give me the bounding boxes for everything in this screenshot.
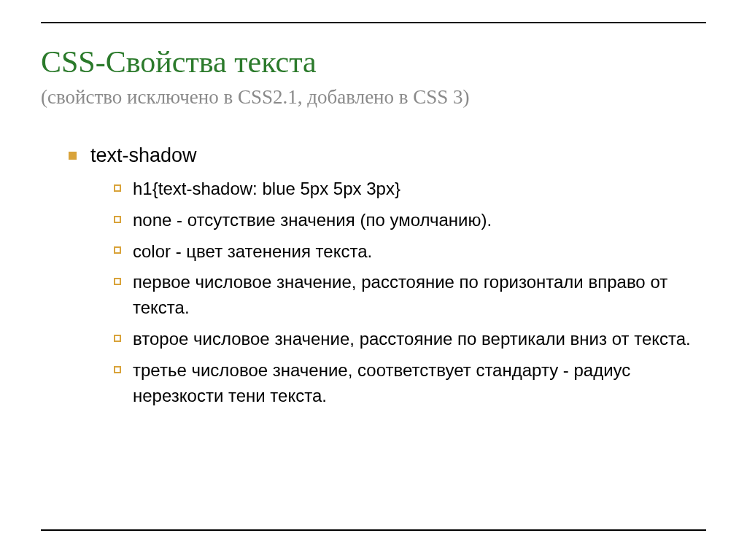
list-item-label: color - цвет затенения текста. xyxy=(133,241,372,261)
list-item: второе числовое значение, расстояние по … xyxy=(114,327,706,352)
bullet-list-level2: h1{text-shadow: blue 5px 5px 3px} none -… xyxy=(90,176,706,408)
list-item: третье числовое значение, соответствует … xyxy=(114,358,706,409)
list-item-label: третье числовое значение, соответствует … xyxy=(133,360,630,405)
top-divider xyxy=(41,22,706,23)
list-item: color - цвет затенения текста. xyxy=(114,239,706,265)
list-item: none - отсутствие значения (по умолчанию… xyxy=(114,208,706,233)
list-item-label: второе числовое значение, расстояние по … xyxy=(133,329,691,349)
list-item: h1{text-shadow: blue 5px 5px 3px} xyxy=(114,176,706,202)
slide: CSS-Свойства текста (свойство исключено … xyxy=(0,0,747,560)
list-item-label: none - отсутствие значения (по умолчанию… xyxy=(133,210,492,230)
bottom-divider xyxy=(41,529,706,531)
list-item: первое числовое значение, расстояние по … xyxy=(114,270,706,321)
slide-title: CSS-Свойства текста xyxy=(41,44,706,80)
list-item-label: text-shadow xyxy=(90,144,197,166)
list-item-label: h1{text-shadow: blue 5px 5px 3px} xyxy=(133,179,400,198)
list-item: text-shadow h1{text-shadow: blue 5px 5px… xyxy=(69,142,706,408)
list-item-label: первое числовое значение, расстояние по … xyxy=(133,272,667,317)
bullet-list-level1: text-shadow h1{text-shadow: blue 5px 5px… xyxy=(41,142,706,408)
slide-subtitle: (свойство исключено в CSS2.1, добавлено … xyxy=(41,85,706,110)
